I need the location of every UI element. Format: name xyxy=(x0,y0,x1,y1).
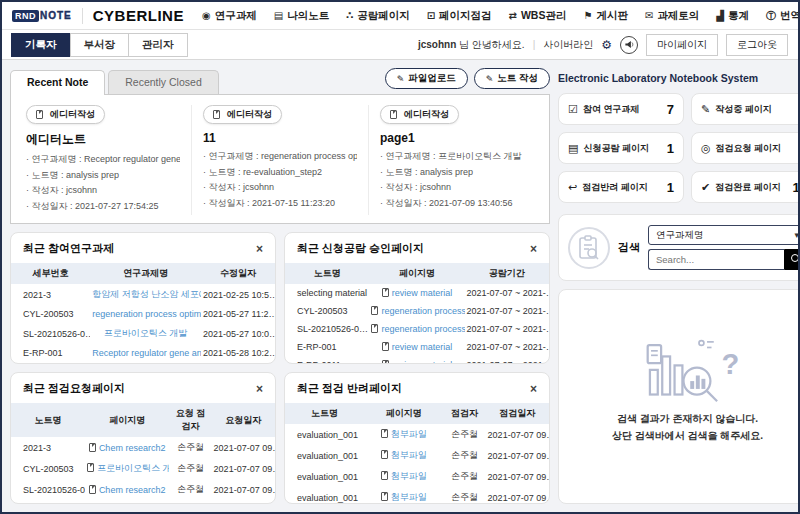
stat-check-request-pages[interactable]: ◎점검요청 페이지1 xyxy=(691,132,798,164)
logout-button[interactable]: 로그아웃 xyxy=(726,34,788,56)
nav-item-discussion[interactable]: ✉과제토의 xyxy=(645,9,699,23)
role-tab-recorder[interactable]: 기록자 xyxy=(11,33,71,57)
table-row: CYL-200503프로바이오틱스 개발손주철2021-07-07 09… xyxy=(11,458,275,479)
note-date-line: · 작성일자 : 2021-07-09 13:40:56 xyxy=(380,197,534,210)
editor-note-card[interactable]: 에디터작성page1· 연구과제명 : 프로바이오틱스 개발· 노트명 : an… xyxy=(369,105,545,215)
stat-participating-projects[interactable]: ☑참여 연구과제7 xyxy=(558,93,684,125)
search-type-select[interactable]: 연구과제명 ▾ xyxy=(648,225,798,245)
role-tab-admin[interactable]: 관리자 xyxy=(128,33,188,57)
discussion-icon: ✉ xyxy=(645,10,653,21)
note-project-line: · 연구과제명 : Receptor regulator gene analys… xyxy=(26,153,180,166)
row-key-cell: 2021-3 xyxy=(11,284,90,305)
page-doc-icon xyxy=(371,324,378,333)
recent-notes-panel: 에디터작성에디터노트· 연구과제명 : Receptor regulator g… xyxy=(10,94,550,224)
nav-item-translator[interactable]: Ⓣ번역기 xyxy=(766,9,800,23)
logo-area[interactable]: RND NOTE CYBERLINE xyxy=(12,7,184,24)
page-link[interactable]: regeneration process xyxy=(381,306,464,316)
file-upload-button[interactable]: ✎파일업로드 xyxy=(385,68,468,89)
nav-item-label: 페이지점검 xyxy=(439,9,492,23)
tab-recently-closed[interactable]: Recently Closed xyxy=(108,70,218,94)
note-write-button[interactable]: ✎노트 작성 xyxy=(474,68,550,89)
cyberline-link[interactable]: 사이버라인 xyxy=(543,38,593,52)
page-link[interactable]: regeneration process optimization xyxy=(92,309,201,319)
column-header: 노트명 xyxy=(11,403,85,437)
editor-note-card[interactable]: 에디터작성에디터노트· 연구과제명 : Receptor regulator g… xyxy=(15,105,192,215)
page-link[interactable]: review material xyxy=(392,342,453,352)
svg-text:?: ? xyxy=(721,348,739,380)
nav-item-page-check[interactable]: ⊡페이지점검 xyxy=(427,9,492,23)
nav-item-board[interactable]: ⚑게시판 xyxy=(583,9,627,23)
page-link[interactable]: 첨부파일 xyxy=(391,492,427,502)
table-row: SL-20210526-0…regeneration process2021-0… xyxy=(285,320,549,338)
page-link[interactable]: 첨부파일 xyxy=(391,429,427,439)
page-link[interactable]: Chem research2 xyxy=(99,485,166,495)
system-title: Electronic Laboratory Notebook System xyxy=(558,72,798,84)
row-cell: 항암제 저항성 난소암 세포에서 cigliti… xyxy=(90,284,201,305)
nav-item-label: 공람페이지 xyxy=(357,9,410,23)
nav-item-label: 연구과제 xyxy=(215,9,257,23)
pencil-icon: ✎ xyxy=(486,74,494,84)
nav-item-label: 통계 xyxy=(728,9,749,23)
table-row: CYL-200503regeneration process2021-07-07… xyxy=(285,302,549,320)
search-button[interactable] xyxy=(784,249,798,270)
doc-check-icon: ✔ xyxy=(701,181,710,194)
note-title: page1 xyxy=(380,131,534,145)
close-icon[interactable]: × xyxy=(256,243,263,255)
search-input[interactable] xyxy=(648,249,784,270)
stat-writing-pages[interactable]: ✎작성중 페이지5 xyxy=(691,93,798,125)
nav-item-share-page[interactable]: ∴공람페이지 xyxy=(346,9,409,23)
row-cell: 2021-05-27 11:2… xyxy=(201,305,275,323)
badge-label: 에디터작성 xyxy=(227,108,272,121)
table-row: evaluation_001첨부파일손주철2021-07-07 09… xyxy=(285,424,549,445)
page-doc-icon xyxy=(382,288,389,297)
row-cell: 2021-07-07 ~ 2021-… xyxy=(465,284,550,302)
magnifier-icon xyxy=(791,254,798,262)
page-link[interactable]: Chem research2 xyxy=(99,443,166,453)
page-link[interactable]: 첨부파일 xyxy=(391,471,427,481)
row-cell: 프로바이오틱스 개발 xyxy=(85,458,169,479)
page-link[interactable]: regeneration process xyxy=(381,324,464,334)
page-link[interactable]: review material xyxy=(392,360,453,364)
row-cell: 2021-07-07 09… xyxy=(212,437,275,458)
row-cell: regeneration process optimization xyxy=(90,305,201,323)
row-cell: 2021-07-07 09… xyxy=(486,466,549,487)
greeting: jcsohnn 님 안녕하세요. xyxy=(418,38,525,52)
stat-check-complete-pages[interactable]: ✔점검완료 페이지13 xyxy=(691,171,798,203)
close-icon[interactable]: × xyxy=(530,243,537,255)
page-link[interactable]: review material xyxy=(392,288,453,298)
page-link[interactable]: 프로바이오틱스 개발 xyxy=(97,463,169,473)
nav-item-label: WBS관리 xyxy=(521,9,567,23)
nav-item-statistics[interactable]: ▟통계 xyxy=(716,9,749,23)
column-header: 페이지명 xyxy=(364,403,443,424)
announcement-icon[interactable] xyxy=(620,36,638,54)
cyberline-logo[interactable]: CYBERLINE xyxy=(93,7,184,24)
note-project-line: · 연구과제명 : regeneration process optimizat… xyxy=(203,150,357,163)
stat-check-rejected-pages[interactable]: ↩점검반려 페이지1 xyxy=(558,171,684,203)
page-link[interactable]: 프로바이오틱스 개발 xyxy=(104,328,188,338)
stat-review-request-pages[interactable]: ▤신청공람 페이지1 xyxy=(558,132,684,164)
nav-item-wbs[interactable]: ⇄WBS관리 xyxy=(509,9,567,23)
tab-recent-note[interactable]: Recent Note xyxy=(10,70,105,95)
row-key-cell: E-RP-0011 xyxy=(285,356,369,364)
close-icon[interactable]: × xyxy=(530,383,537,395)
settings-gear-icon[interactable]: ⚙ xyxy=(601,38,612,52)
page-link[interactable]: Receptor regulator gene analysis xyxy=(92,348,201,358)
right-sidebar: Electronic Laboratory Notebook System ☑참… xyxy=(558,66,798,504)
close-icon[interactable]: × xyxy=(256,383,263,395)
page-link[interactable]: 항암제 저항성 난소암 세포에서 cigliti… xyxy=(92,289,201,299)
nav-item-my-note[interactable]: ▤나의노트 xyxy=(274,9,329,23)
column-header: 세부번호 xyxy=(11,263,90,284)
page-doc-icon xyxy=(382,342,389,351)
row-key-cell: evaluation_001 xyxy=(285,487,364,504)
document-icon xyxy=(36,110,43,119)
editor-note-card[interactable]: 에디터작성11· 연구과제명 : regeneration process op… xyxy=(192,105,369,215)
role-tab-dept-head[interactable]: 부서장 xyxy=(70,33,130,57)
page-link[interactable]: 첨부파일 xyxy=(391,450,427,460)
stat-value: 1 xyxy=(667,141,674,156)
row-key-cell: CYL-200503 xyxy=(285,302,369,320)
nav-item-project[interactable]: ◉연구과제 xyxy=(202,9,257,23)
row-cell: 손주철 xyxy=(169,458,211,479)
table-row: evaluation_001첨부파일손주철2021-07-07 09… xyxy=(285,487,549,504)
mypage-button[interactable]: 마이페이지 xyxy=(646,34,718,56)
row-cell: 손주철 xyxy=(443,424,485,445)
